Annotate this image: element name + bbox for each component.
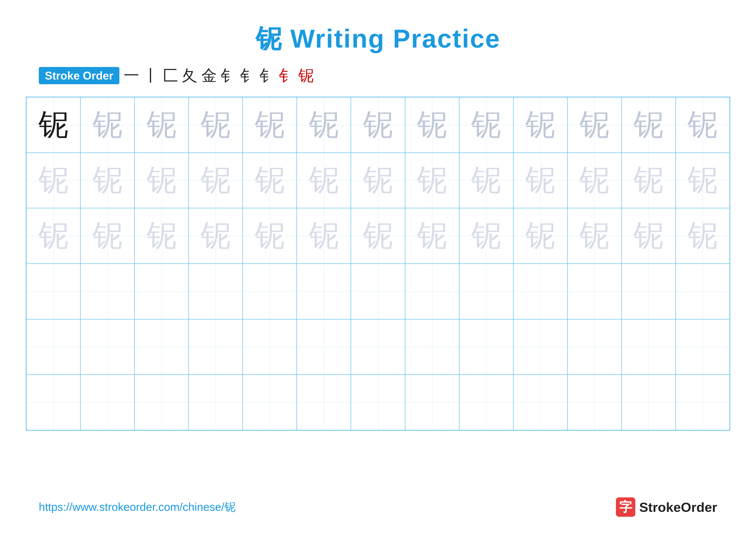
grid-cell-r5-c9[interactable] xyxy=(513,375,567,430)
cell-char: 铌 xyxy=(363,160,393,201)
grid-cell-r1-c0[interactable]: 铌 xyxy=(26,153,80,208)
grid-cell-r1-c1[interactable]: 铌 xyxy=(80,153,134,208)
grid-cell-r0-c1[interactable]: 铌 xyxy=(80,97,134,153)
grid-cell-r3-c10[interactable] xyxy=(567,264,622,319)
grid-cell-r4-c2[interactable] xyxy=(134,319,189,375)
grid-cell-r3-c7[interactable] xyxy=(405,264,459,319)
grid-cell-r1-c10[interactable]: 铌 xyxy=(567,153,622,208)
grid-cell-r5-c6[interactable] xyxy=(351,375,405,430)
grid-cell-r4-c5[interactable] xyxy=(297,319,351,375)
cell-char: 铌 xyxy=(634,160,663,201)
grid-cell-r3-c2[interactable] xyxy=(134,264,189,319)
grid-cell-r3-c3[interactable] xyxy=(189,264,243,319)
grid-cell-r0-c8[interactable]: 铌 xyxy=(459,97,513,153)
grid-cell-r4-c0[interactable] xyxy=(26,319,80,375)
grid-cell-r5-c2[interactable] xyxy=(134,375,189,430)
grid-cell-r3-c5[interactable] xyxy=(297,264,351,319)
grid-cell-r2-c6[interactable]: 铌 xyxy=(351,208,405,264)
grid-cell-r2-c8[interactable]: 铌 xyxy=(459,208,513,264)
grid-cell-r5-c12[interactable] xyxy=(676,375,730,430)
grid-cell-r3-c11[interactable] xyxy=(622,264,676,319)
grid-cell-r1-c8[interactable]: 铌 xyxy=(459,153,513,208)
grid-cell-r4-c10[interactable] xyxy=(567,319,622,375)
grid-cell-r2-c5[interactable]: 铌 xyxy=(297,208,351,264)
grid-cell-r1-c7[interactable]: 铌 xyxy=(405,153,459,208)
grid-cell-r1-c5[interactable]: 铌 xyxy=(297,153,351,208)
grid-cell-r3-c9[interactable] xyxy=(513,264,567,319)
cell-char: 铌 xyxy=(471,105,501,145)
grid-cell-r5-c10[interactable] xyxy=(567,375,622,430)
grid-cell-r0-c4[interactable]: 铌 xyxy=(243,97,297,153)
grid-cell-r1-c3[interactable]: 铌 xyxy=(189,153,243,208)
grid-cell-r0-c5[interactable]: 铌 xyxy=(297,97,351,153)
cell-char: 铌 xyxy=(255,160,285,201)
stroke-char-6: 钅 xyxy=(240,65,256,86)
grid-cell-r4-c8[interactable] xyxy=(459,319,513,375)
grid-cell-r4-c6[interactable] xyxy=(351,319,405,375)
grid-cell-r4-c4[interactable] xyxy=(243,319,297,375)
grid-cell-r5-c0[interactable] xyxy=(26,375,80,430)
grid-cell-r1-c12[interactable]: 铌 xyxy=(676,153,730,208)
grid-cell-r1-c11[interactable]: 铌 xyxy=(622,153,676,208)
cell-char: 铌 xyxy=(417,216,447,256)
grid-cell-r0-c11[interactable]: 铌 xyxy=(622,97,676,153)
logo-text: StrokeOrder xyxy=(639,499,717,515)
grid-cell-r0-c10[interactable]: 铌 xyxy=(567,97,622,153)
grid-cell-r2-c4[interactable]: 铌 xyxy=(243,208,297,264)
grid-cell-r4-c7[interactable] xyxy=(405,319,459,375)
grid-cell-r5-c1[interactable] xyxy=(80,375,134,430)
grid-cell-r5-c4[interactable] xyxy=(243,375,297,430)
grid-cell-r1-c9[interactable]: 铌 xyxy=(513,153,567,208)
grid-cell-r0-c0[interactable]: 铌 xyxy=(26,97,80,153)
grid-cell-r2-c9[interactable]: 铌 xyxy=(513,208,567,264)
grid-cell-r5-c8[interactable] xyxy=(459,375,513,430)
grid-cell-r4-c3[interactable] xyxy=(189,319,243,375)
grid-cell-r0-c7[interactable]: 铌 xyxy=(405,97,459,153)
cell-char: 铌 xyxy=(634,105,663,145)
grid-cell-r3-c6[interactable] xyxy=(351,264,405,319)
cell-char: 铌 xyxy=(579,105,609,145)
cell-char: 铌 xyxy=(688,216,717,256)
grid-cell-r2-c3[interactable]: 铌 xyxy=(189,208,243,264)
grid-cell-r4-c1[interactable] xyxy=(80,319,134,375)
grid-cell-r3-c0[interactable] xyxy=(26,264,80,319)
grid-cell-r5-c5[interactable] xyxy=(297,375,351,430)
cell-char: 铌 xyxy=(201,105,231,145)
grid-cell-r1-c6[interactable]: 铌 xyxy=(351,153,405,208)
grid-cell-r1-c2[interactable]: 铌 xyxy=(134,153,189,208)
grid-cell-r2-c10[interactable]: 铌 xyxy=(567,208,622,264)
cell-char: 铌 xyxy=(147,216,177,256)
footer-logo: 字 StrokeOrder xyxy=(616,497,717,517)
cell-char: 铌 xyxy=(363,216,393,256)
stroke-order-row: Stroke Order ⼀⼁⼕⼡⾦钅钅钅钅铌 xyxy=(39,65,314,86)
cell-char: 铌 xyxy=(525,105,555,145)
grid-cell-r4-c11[interactable] xyxy=(622,319,676,375)
cell-char: 铌 xyxy=(579,216,609,256)
grid-cell-r5-c3[interactable] xyxy=(189,375,243,430)
grid-cell-r4-c12[interactable] xyxy=(676,319,730,375)
grid-cell-r3-c8[interactable] xyxy=(459,264,513,319)
grid-cell-r0-c12[interactable]: 铌 xyxy=(676,97,730,153)
grid-cell-r0-c6[interactable]: 铌 xyxy=(351,97,405,153)
grid-cell-r0-c3[interactable]: 铌 xyxy=(189,97,243,153)
grid-cell-r2-c12[interactable]: 铌 xyxy=(676,208,730,264)
grid-cell-r1-c4[interactable]: 铌 xyxy=(243,153,297,208)
grid-cell-r2-c1[interactable]: 铌 xyxy=(80,208,134,264)
grid-cell-r2-c7[interactable]: 铌 xyxy=(405,208,459,264)
grid-cell-r0-c9[interactable]: 铌 xyxy=(513,97,567,153)
cell-char: 铌 xyxy=(201,160,231,201)
grid-cell-r0-c2[interactable]: 铌 xyxy=(134,97,189,153)
grid-cell-r3-c12[interactable] xyxy=(676,264,730,319)
grid-cell-r5-c7[interactable] xyxy=(405,375,459,430)
grid-cell-r2-c11[interactable]: 铌 xyxy=(622,208,676,264)
grid-cell-r2-c0[interactable]: 铌 xyxy=(26,208,80,264)
cell-char: 铌 xyxy=(634,216,663,256)
cell-char: 铌 xyxy=(39,160,68,201)
grid-cell-r3-c4[interactable] xyxy=(243,264,297,319)
grid-cell-r3-c1[interactable] xyxy=(80,264,134,319)
grid-cell-r2-c2[interactable]: 铌 xyxy=(134,208,189,264)
cell-char: 铌 xyxy=(93,160,122,201)
cell-char: 铌 xyxy=(417,160,447,201)
grid-cell-r4-c9[interactable] xyxy=(513,319,567,375)
grid-cell-r5-c11[interactable] xyxy=(622,375,676,430)
